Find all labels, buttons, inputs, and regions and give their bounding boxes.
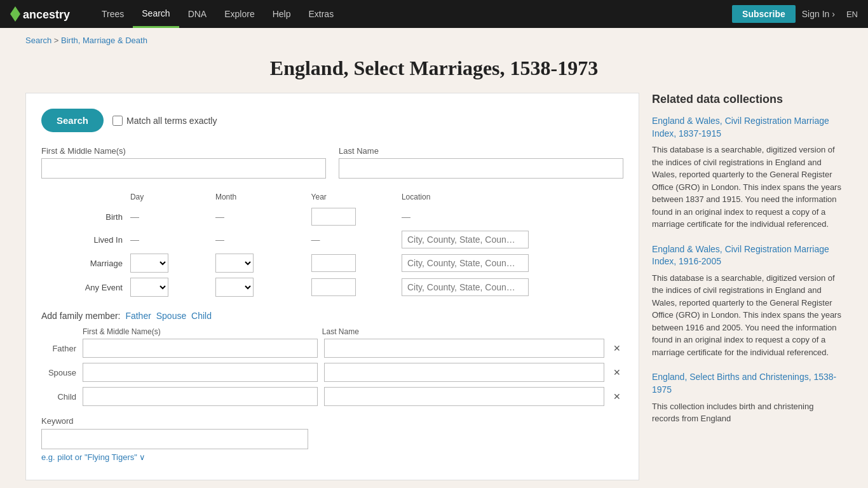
marriage-month-cell [212, 251, 308, 275]
birth-year-input[interactable] [311, 208, 356, 226]
family-add-child[interactable]: Child [191, 311, 212, 321]
birth-month-cell: — [212, 205, 308, 228]
anyevent-location-cell [398, 275, 623, 299]
keyword-label: Keyword [41, 416, 623, 426]
anyevent-label: Any Event [41, 275, 126, 299]
family-add-father[interactable]: Father [125, 311, 151, 321]
marriage-year-input[interactable] [311, 254, 356, 272]
birth-location-cell: — [398, 205, 623, 228]
search-button[interactable]: Search [41, 109, 104, 132]
anyevent-row: Any Event [41, 275, 623, 299]
nav-search[interactable]: Search [133, 0, 179, 28]
th-location: Location [398, 190, 623, 205]
anyevent-location-input[interactable] [402, 278, 529, 296]
livedin-location-cell [398, 228, 623, 251]
th-day: Day [126, 190, 212, 205]
page-title: England, Select Marriages, 1538-1973 [0, 45, 868, 93]
marriage-row: Marriage [41, 251, 623, 275]
related-link-1[interactable]: England & Wales, Civil Registration Marr… [652, 243, 843, 268]
marriage-label: Marriage [41, 251, 126, 275]
marriage-day-cell [126, 251, 212, 275]
signin-link[interactable]: Sign In › [802, 9, 835, 19]
anyevent-day-cell [126, 275, 212, 299]
breadcrumb-separator: > [54, 36, 61, 45]
events-table: Day Month Year Location Birth — — — Live… [41, 190, 623, 299]
related-item-0: England & Wales, Civil Registration Marr… [652, 115, 843, 231]
th-year: Year [308, 190, 398, 205]
father-last-input[interactable] [324, 339, 604, 358]
match-exact-label[interactable]: Match all terms exactly [112, 116, 217, 126]
first-name-label: First & Middle Name(s) [41, 146, 326, 156]
last-name-label: Last Name [339, 146, 623, 156]
child-label: Child [41, 392, 76, 402]
keyword-section: Keyword e.g. pilot or "Flying Tigers" ∨ [41, 416, 623, 462]
nav-help[interactable]: Help [264, 0, 300, 28]
last-name-group: Last Name [339, 146, 623, 179]
nav-right: Subscribe Sign In › EN [732, 5, 858, 23]
anyevent-month-select[interactable] [215, 278, 254, 297]
anyevent-day-select[interactable] [130, 278, 168, 297]
father-remove-button[interactable]: ✕ [611, 342, 623, 355]
family-col-headers: First & Middle Name(s) Last Name [83, 327, 623, 336]
nav-extras[interactable]: Extras [299, 0, 342, 28]
marriage-day-select[interactable] [130, 254, 168, 273]
first-name-input[interactable] [41, 158, 326, 179]
navbar: ancestry Trees Search DNA Explore Help E… [0, 0, 868, 28]
subscribe-button[interactable]: Subscribe [732, 5, 796, 23]
breadcrumb-search[interactable]: Search [25, 36, 51, 45]
match-exact-checkbox[interactable] [112, 116, 123, 126]
birth-row: Birth — — — [41, 205, 623, 228]
keyword-hint[interactable]: e.g. pilot or "Flying Tigers" ∨ [41, 452, 623, 462]
nav-explore[interactable]: Explore [215, 0, 263, 28]
related-item-2: England, Select Births and Christenings,… [652, 371, 843, 424]
child-first-input[interactable] [83, 387, 318, 406]
father-first-input[interactable] [83, 339, 318, 358]
last-name-input[interactable] [339, 158, 623, 179]
name-row: First & Middle Name(s) Last Name [41, 146, 623, 179]
related-link-2[interactable]: England, Select Births and Christenings,… [652, 371, 843, 396]
child-last-input[interactable] [324, 387, 604, 406]
marriage-month-select[interactable] [215, 254, 254, 273]
family-add-spouse[interactable]: Spouse [156, 311, 186, 321]
related-item-1: England & Wales, Civil Registration Marr… [652, 243, 843, 359]
language-selector[interactable]: EN [846, 10, 858, 19]
birth-day-cell: — [126, 205, 212, 228]
related-desc-1: This database is a searchable, digitized… [652, 272, 843, 359]
th-month: Month [212, 190, 308, 205]
logo[interactable]: ancestry [10, 5, 80, 23]
family-col-last-header: Last Name [322, 327, 602, 336]
spouse-row: Spouse ✕ [41, 363, 623, 382]
search-row: Search Match all terms exactly [41, 109, 623, 132]
nav-links: Trees Search DNA Explore Help Extras [93, 0, 732, 28]
family-col-first-header: First & Middle Name(s) [83, 327, 316, 336]
livedin-year-cell: — [308, 228, 398, 251]
svg-marker-0 [10, 6, 20, 22]
first-name-group: First & Middle Name(s) [41, 146, 326, 179]
nav-dna[interactable]: DNA [179, 0, 216, 28]
spouse-last-input[interactable] [324, 363, 604, 382]
livedin-label: Lived In [41, 228, 126, 251]
marriage-location-input[interactable] [402, 254, 529, 272]
keyword-input[interactable] [41, 429, 308, 449]
anyevent-month-cell [212, 275, 308, 299]
marriage-year-cell [308, 251, 398, 275]
spouse-label: Spouse [41, 368, 76, 377]
svg-text:ancestry: ancestry [23, 8, 70, 21]
related-link-0[interactable]: England & Wales, Civil Registration Marr… [652, 115, 843, 140]
related-desc-0: This database is a searchable, digitized… [652, 144, 843, 231]
related-panel: Related data collections England & Wales… [652, 93, 843, 480]
nav-trees[interactable]: Trees [93, 0, 133, 28]
livedin-row: Lived In — — — [41, 228, 623, 251]
child-row: Child ✕ [41, 387, 623, 406]
father-row: Father ✕ [41, 339, 623, 358]
breadcrumb-section[interactable]: Birth, Marriage & Death [61, 36, 147, 45]
child-remove-button[interactable]: ✕ [611, 390, 623, 403]
livedin-location-input[interactable] [402, 231, 529, 248]
livedin-month-cell: — [212, 228, 308, 251]
family-header-label: Add family member: [41, 311, 120, 321]
anyevent-year-cell [308, 275, 398, 299]
spouse-first-input[interactable] [83, 363, 318, 382]
anyevent-year-input[interactable] [311, 278, 356, 296]
spouse-remove-button[interactable]: ✕ [611, 366, 623, 379]
main-layout: Search Match all terms exactly First & M… [0, 93, 868, 488]
